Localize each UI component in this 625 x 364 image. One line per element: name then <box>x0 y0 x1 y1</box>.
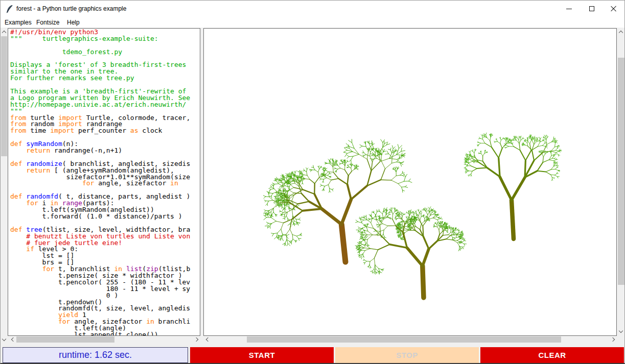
code-line: For further remarks see tree.py <box>10 75 200 82</box>
code-line: http://homepage.univie.ac.at/erich.neuwi… <box>10 102 200 108</box>
canvas-vscrollbar[interactable] <box>617 28 625 335</box>
code-vscroll-thumb[interactable] <box>1 36 7 156</box>
app-window: forest - a Python turtle graphics exampl… <box>0 0 625 364</box>
minimize-icon <box>566 9 572 9</box>
tree-right <box>464 133 562 239</box>
maximize-icon <box>589 6 594 11</box>
menu-bar: Examples Fontsize Help <box>1 17 624 28</box>
scroll-right-arrow-icon[interactable] <box>193 336 200 343</box>
menu-examples[interactable]: Examples <box>3 18 33 27</box>
code-line: """ turtlegraphics-example-suite: <box>10 36 200 42</box>
scroll-down-arrow-icon[interactable] <box>617 328 624 335</box>
menu-fontsize[interactable]: Fontsize <box>35 18 61 27</box>
scroll-down-arrow-icon[interactable] <box>1 336 8 343</box>
scroll-right-arrow-icon[interactable] <box>610 336 617 343</box>
close-icon <box>611 6 617 12</box>
start-button[interactable]: START <box>190 347 334 363</box>
code-hscrollbar[interactable] <box>9 336 200 343</box>
minimize-button[interactable] <box>559 1 578 17</box>
title-bar[interactable]: forest - a Python turtle graphics exampl… <box>1 1 624 17</box>
code-line: lst.append(t.clone()) <box>10 332 200 336</box>
code-line: tdemo_forest.py <box>10 49 200 56</box>
code-text[interactable]: #!/usr/bin/env python3""" turtlegraphics… <box>8 28 200 336</box>
code-line: t.forward( (1.0 * distance)/parts ) <box>10 213 200 220</box>
tree-middle <box>355 207 467 298</box>
window-title: forest - a Python turtle graphics exampl… <box>16 5 126 12</box>
clear-button[interactable]: CLEAR <box>480 347 624 363</box>
runtime-label: runtime: 1.62 sec. <box>3 347 188 363</box>
code-line: from time import perf_counter as clock <box>10 128 200 134</box>
feather-icon <box>6 5 13 13</box>
code-line: return randrange(-n,n+1) <box>10 148 200 154</box>
close-button[interactable] <box>604 1 623 17</box>
scroll-left-arrow-icon[interactable] <box>203 336 211 343</box>
canvas-hscrollbar[interactable] <box>203 336 617 343</box>
turtle-canvas-svg <box>204 29 616 335</box>
turtle-canvas[interactable] <box>203 28 617 336</box>
code-vscrollbar[interactable] <box>1 28 8 343</box>
tree-left <box>263 139 412 262</box>
code-hscroll-thumb[interactable] <box>16 336 114 343</box>
canvas-hscroll-thumb[interactable] <box>247 336 561 343</box>
scroll-left-arrow-icon[interactable] <box>9 336 16 343</box>
stop-button: STOP <box>335 347 479 363</box>
code-line: for angle, sizefactor in <box>10 180 200 187</box>
scroll-up-arrow-icon[interactable] <box>1 28 8 35</box>
menu-help[interactable]: Help <box>65 18 81 27</box>
canvas-vscroll-thumb[interactable] <box>618 58 624 285</box>
scroll-up-arrow-icon[interactable] <box>617 28 624 35</box>
maximize-button[interactable] <box>582 1 601 17</box>
